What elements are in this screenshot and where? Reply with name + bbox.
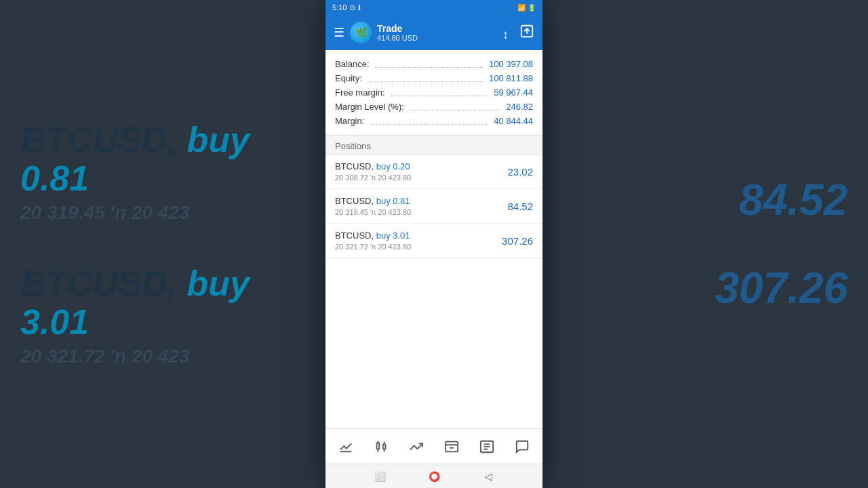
nav-home[interactable]: ⭕: [427, 469, 441, 484]
header-title-area: Trade 414.80 USD: [377, 23, 418, 42]
bg-subtext-2: 20 321.72 'n 20 423: [20, 346, 305, 367]
positions-title: Positions: [335, 141, 371, 151]
position-item-2[interactable]: BTCUSD, buy 3.01 20 321.72 'n 20 423.80 …: [326, 224, 542, 258]
status-time: 5:10: [332, 3, 347, 12]
margin-level-row: Margin Level (%): 246.82: [335, 100, 533, 114]
margin-level-value: 246.82: [506, 102, 533, 112]
signal-icon: 📶: [517, 4, 526, 12]
position-symbol-0: BTCUSD,: [335, 161, 374, 171]
free-margin-label: Free margin:: [335, 87, 385, 98]
balance-label: Balance:: [335, 59, 370, 69]
nav-chart[interactable]: [334, 435, 357, 458]
account-summary: Balance: 100 397.08 Equity: 100 811.88 F…: [326, 50, 542, 136]
free-margin-row: Free margin: 59 967.44: [335, 85, 533, 100]
transfer-icon[interactable]: ↕: [484, 24, 509, 42]
bg-subtext-1: 20 319.45 'n 20 423: [20, 202, 305, 224]
position-title-2: BTCUSD, buy 3.01: [335, 230, 411, 241]
position-prices-0: 20 308.72 'n 20 423.80: [335, 174, 411, 182]
position-item-1[interactable]: BTCUSD, buy 0.81 20 319.45 'n 20 423.80 …: [326, 189, 542, 224]
svg-rect-3: [377, 443, 380, 449]
info-icon: ℹ: [358, 3, 361, 12]
whatsapp-icon: ⊙: [349, 3, 355, 12]
margin-value: 40 844.44: [494, 116, 533, 126]
nav-candle[interactable]: [370, 435, 393, 458]
status-bar: 5:10 ⊙ ℹ 📶 🔋: [326, 0, 542, 15]
position-value-2: 307.26: [502, 235, 533, 247]
nav-trend[interactable]: [405, 435, 428, 458]
position-symbol-2: BTCUSD,: [335, 230, 374, 241]
nav-square[interactable]: ⬜: [372, 469, 387, 484]
position-left-1: BTCUSD, buy 0.81 20 319.45 'n 20 423.80: [335, 196, 411, 216]
avatar: 🌿: [350, 22, 372, 43]
nav-news[interactable]: [475, 435, 498, 458]
position-title-1: BTCUSD, buy 0.81: [335, 196, 411, 206]
margin-level-dots: [410, 104, 500, 110]
positions-list: BTCUSD, buy 0.20 20 308.72 'n 20 423.80 …: [326, 155, 542, 428]
bg-value-1: 84.52: [739, 176, 848, 224]
bg-text-2: BTCUSD, buy 3.01: [20, 264, 305, 342]
position-value-0: 23.02: [507, 166, 533, 178]
svg-rect-6: [383, 444, 386, 449]
header-left: ☰ 🌿 Trade 414.80 USD: [334, 22, 418, 43]
nav-inbox[interactable]: [440, 435, 463, 458]
menu-icon[interactable]: ☰: [334, 25, 344, 40]
equity-dots: [368, 75, 484, 82]
nav-back[interactable]: ◁: [481, 469, 496, 484]
position-title-0: BTCUSD, buy 0.20: [335, 161, 411, 171]
position-action-1: buy 0.81: [376, 196, 410, 206]
equity-row: Equity: 100 811.88: [335, 71, 533, 85]
nav-chat[interactable]: [511, 435, 534, 458]
status-bar-left: 5:10 ⊙ ℹ: [332, 3, 361, 12]
margin-dots: [370, 118, 488, 125]
bg-text-1: BTCUSD, buy 0.81: [20, 121, 305, 198]
svg-rect-9: [446, 441, 458, 451]
position-action-0: buy 0.20: [376, 161, 410, 171]
bg-value-2: 307.26: [715, 264, 848, 312]
free-margin-dots: [391, 89, 488, 96]
margin-level-label: Margin Level (%):: [335, 102, 404, 112]
app-title: Trade: [377, 23, 418, 34]
export-icon[interactable]: [519, 24, 534, 42]
position-action-2: buy 3.01: [376, 230, 410, 241]
battery-icon: 🔋: [528, 4, 536, 12]
position-prices-2: 20 321.72 'n 20 423.80: [335, 243, 411, 251]
position-left-0: BTCUSD, buy 0.20 20 308.72 'n 20 423.80: [335, 161, 411, 182]
position-prices-1: 20 319.45 'n 20 423.80: [335, 208, 411, 216]
background-right: 84.52 307.26: [542, 0, 868, 488]
balance-row: Balance: 100 397.08: [335, 57, 533, 71]
free-margin-value: 59 967.44: [494, 87, 533, 98]
position-symbol-1: BTCUSD,: [335, 196, 374, 206]
margin-label: Margin:: [335, 116, 364, 126]
balance-dots: [375, 61, 484, 68]
background-left: BTCUSD, buy 0.81 20 319.45 'n 20 423 BTC…: [0, 0, 326, 488]
equity-label: Equity:: [335, 73, 362, 83]
positions-header: Positions: [326, 136, 542, 155]
equity-value: 100 811.88: [489, 73, 533, 83]
position-item-0[interactable]: BTCUSD, buy 0.20 20 308.72 'n 20 423.80 …: [326, 155, 542, 189]
app-header: ☰ 🌿 Trade 414.80 USD ↕: [326, 15, 542, 50]
status-bar-right: 📶 🔋: [517, 4, 536, 12]
header-actions: ↕: [484, 24, 534, 42]
bottom-nav: [326, 428, 542, 464]
margin-row: Margin: 40 844.44: [335, 114, 533, 128]
account-balance: 414.80 USD: [377, 34, 418, 42]
system-nav: ⬜ ⭕ ◁: [326, 464, 542, 488]
phone-panel: 5:10 ⊙ ℹ 📶 🔋 ☰ 🌿 Trade 414.80 USD ↕: [326, 0, 542, 488]
position-left-2: BTCUSD, buy 3.01 20 321.72 'n 20 423.80: [335, 230, 411, 251]
balance-value: 100 397.08: [489, 59, 533, 69]
position-value-1: 84.52: [507, 201, 533, 212]
